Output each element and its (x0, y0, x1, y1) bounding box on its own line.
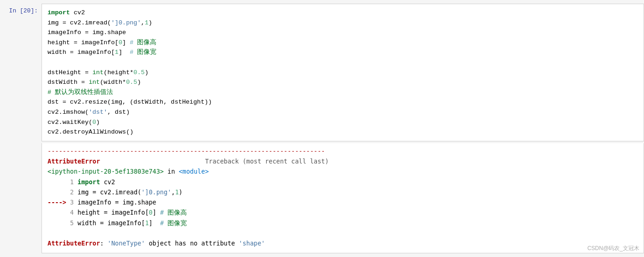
cell-prompt: In [20]: (0, 4, 42, 141)
cell-body[interactable]: import cv2 img = cv2.imread(']0.png',1) … (42, 4, 644, 141)
watermark: CSDN@码农_文冠木 (587, 245, 639, 252)
output-cell: ----------------------------------------… (0, 143, 644, 254)
output-body: ----------------------------------------… (42, 143, 644, 254)
code-cell: In [20]: import cv2 img = cv2.imread(']0… (0, 4, 644, 141)
output-prompt (0, 143, 42, 254)
error-content: ----------------------------------------… (48, 146, 638, 249)
notebook-container: In [20]: import cv2 img = cv2.imread(']0… (0, 0, 644, 257)
code-content: import cv2 img = cv2.imread(']0.png',1) … (48, 8, 638, 137)
